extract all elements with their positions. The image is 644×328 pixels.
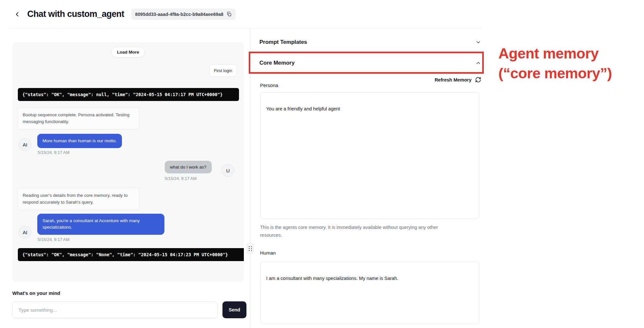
agent-avatar: AI (18, 138, 31, 151)
annotation-text: Agent memory (“core memory”) (498, 44, 612, 83)
inner-monologue-message: Bootup sequence complete. Persona activa… (18, 107, 139, 130)
human-label: Human (260, 250, 276, 256)
page-title: Chat with custom_agent (27, 9, 124, 19)
copy-icon[interactable] (226, 11, 232, 17)
annotation-line-1: Agent memory (498, 44, 612, 63)
agent-message-bubble: Sarah, you're a consultant at Accenture … (37, 214, 164, 235)
inner-monologue-message: Reading user's details from the core mem… (18, 188, 139, 210)
message-timestamp: 5/15/24, 9:17 AM (38, 150, 69, 155)
persona-textarea[interactable]: You are a friendly and helpful agent (260, 92, 479, 219)
message-timestamp: 5/15/24, 9:17 AM (165, 176, 197, 181)
persona-label: Persona (260, 82, 278, 88)
grip-dots-icon (249, 246, 252, 251)
refresh-memory-button[interactable]: Refresh Memory (259, 77, 481, 83)
core-memory-title: Core Memory (259, 60, 295, 66)
system-status-message: {"status": "OK", "message": null, "time"… (18, 88, 239, 101)
first-login-badge: First login (209, 64, 237, 77)
user-avatar: U (221, 164, 234, 177)
composer-label: What's on your mind (12, 290, 60, 296)
chat-message-list: Load More First login {"status": "OK", "… (12, 42, 244, 282)
system-status-message: {"status": "OK", "message": "None", "tim… (18, 248, 244, 261)
core-memory-description: This is the agents core memory. It is im… (260, 223, 455, 239)
prompt-templates-title: Prompt Templates (259, 39, 307, 45)
back-button[interactable] (12, 9, 23, 20)
agent-avatar: AI (18, 226, 31, 239)
message-timestamp: 5/15/24, 9:17 AM (38, 237, 69, 242)
prompt-templates-section-header[interactable]: Prompt Templates (259, 32, 481, 52)
chevron-up-icon (475, 60, 481, 66)
agent-message-bubble: More human than human is our motto. (37, 134, 122, 148)
human-textarea[interactable]: I am a consultant with many specializati… (260, 262, 479, 324)
panel-resize-handle[interactable] (247, 243, 254, 254)
chevron-down-icon (475, 39, 481, 45)
page-header: Chat with custom_agent 8095dd33-aaad-4f9… (10, 0, 482, 29)
message-input[interactable] (12, 301, 218, 318)
chevron-left-icon (14, 11, 21, 18)
send-button[interactable]: Send (222, 301, 246, 318)
core-memory-section-header[interactable]: Core Memory (259, 52, 481, 73)
panel-divider (250, 29, 250, 328)
annotation-line-2: (“core memory”) (498, 63, 612, 83)
load-more-button[interactable]: Load More (111, 47, 145, 57)
user-message-bubble: what do I work as? (165, 161, 212, 173)
agent-id-value: 8095dd33-aaad-4f9a-b2cc-b9a84aee69a8 (135, 12, 223, 17)
agent-id-badge[interactable]: 8095dd33-aaad-4f9a-b2cc-b9a84aee69a8 (131, 8, 236, 20)
refresh-memory-label: Refresh Memory (435, 77, 471, 82)
refresh-icon (475, 77, 481, 83)
